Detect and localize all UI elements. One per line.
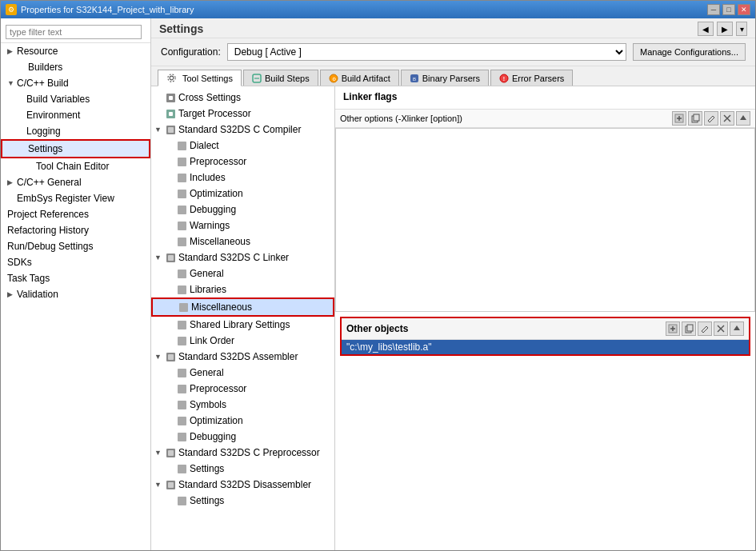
settings-tree-item-assembler[interactable]: ▼ Standard S32DS Assembler: [151, 349, 334, 365]
tab-binary-parsers[interactable]: B Binary Parsers: [401, 70, 489, 86]
settings-tree-item-target[interactable]: Target Processor: [151, 106, 334, 122]
settings-tree-item-general-a[interactable]: General: [151, 365, 334, 381]
other-objects-label: Other objects: [346, 323, 666, 334]
svg-text:⚙: ⚙: [331, 77, 335, 82]
settings-tree-item-libraries[interactable]: Libraries: [151, 281, 334, 297]
manage-configurations-button[interactable]: Manage Configurations...: [633, 43, 746, 61]
settings-tree-item-optimization[interactable]: Optimization: [151, 186, 334, 202]
delete-icon[interactable]: [720, 111, 734, 126]
settings-tree-item-misc-l[interactable]: Miscellaneous: [151, 297, 334, 317]
settings-tree-item-c-linker[interactable]: ▼ Standard S32DS C Linker: [151, 250, 334, 266]
sidebar-item-builders[interactable]: Builders: [1, 59, 150, 75]
settings-tree-item-debugging-c[interactable]: Debugging: [151, 202, 334, 218]
tab-error-parsers[interactable]: ! Error Parsers: [490, 70, 573, 86]
warnings-icon: [177, 221, 187, 231]
oo-add-icon[interactable]: [666, 321, 680, 336]
add-icon[interactable]: [672, 111, 686, 126]
svg-rect-35: [178, 417, 186, 425]
tabs-bar: Tool Settings Build Steps ⚙ Build Artifa…: [151, 66, 755, 86]
settings-tree-item-cross[interactable]: Cross Settings: [151, 90, 334, 106]
tab-build-steps[interactable]: Build Steps: [243, 70, 318, 86]
panel-title: Settings: [159, 22, 203, 35]
svg-line-48: [708, 121, 710, 122]
sidebar-item-sdks[interactable]: SDKs: [1, 254, 150, 270]
filter-input[interactable]: [6, 25, 142, 39]
svg-rect-36: [178, 433, 186, 441]
sidebar-item-label: Project References: [7, 208, 89, 221]
tab-tool-settings[interactable]: Tool Settings: [158, 70, 242, 86]
settings-tree-item-general-l[interactable]: General: [151, 266, 334, 281]
steps-icon: [252, 74, 262, 83]
settings-tree-item-c-preprocessor[interactable]: ▼ Standard S32DS C Preprocessor: [151, 445, 334, 461]
svg-rect-41: [168, 482, 174, 488]
config-select[interactable]: Debug [ Active ]: [227, 43, 626, 61]
maximize-button[interactable]: □: [722, 4, 735, 15]
shared-lib-icon: [177, 320, 187, 330]
sidebar-item-cpp-general[interactable]: ▶ C/C++ General: [1, 174, 150, 190]
app-icon: ⚙: [6, 4, 17, 15]
other-objects-item[interactable]: "c:\my_libs\testlib.a": [342, 340, 749, 354]
misc-l-icon: [178, 302, 189, 313]
sidebar-item-tool-chain-editor[interactable]: Tool Chain Editor: [1, 158, 150, 174]
sidebar-item-label: Run/Debug Settings: [7, 240, 93, 253]
settings-tree-item-c-compiler[interactable]: ▼ Standard S32DS C Compiler: [151, 122, 334, 138]
detail-panel: Linker flags Other options (-Xlinker [op…: [335, 86, 755, 550]
oo-copy-svg: [684, 324, 694, 333]
move-up-icon[interactable]: [736, 111, 750, 126]
close-button[interactable]: ✕: [738, 4, 750, 15]
settings-tree-item-disassembler[interactable]: ▼ Standard S32DS Disassembler: [151, 477, 334, 493]
tree-item-label: Standard S32DS C Preprocessor: [178, 446, 320, 459]
expand-arrow: ▼: [154, 251, 166, 264]
oo-edit-icon[interactable]: [698, 321, 712, 336]
binary-icon: B: [410, 74, 419, 83]
settings-tree-item-settings-p[interactable]: Settings: [151, 461, 334, 477]
sidebar-item-build-variables[interactable]: Build Variables: [1, 91, 150, 107]
edit-icon[interactable]: [704, 111, 718, 126]
dialect-icon: [177, 141, 187, 151]
sidebar-item-cpp-build[interactable]: ▼ C/C++ Build: [1, 75, 150, 91]
sidebar-item-refactoring[interactable]: Refactoring History: [1, 222, 150, 238]
tree-item-label: Standard S32DS C Linker: [178, 251, 289, 264]
tree-item-label: Miscellaneous: [191, 301, 252, 313]
settings-tree-item-optimization-a[interactable]: Optimization: [151, 413, 334, 429]
edit-svg: [706, 114, 716, 123]
settings-tree-item-preprocessor-a[interactable]: Preprocessor: [151, 381, 334, 397]
sidebar-item-logging[interactable]: Logging: [1, 123, 150, 139]
oo-copy-icon[interactable]: [682, 321, 696, 336]
sidebar-item-label: Builders: [28, 61, 62, 74]
linker-flags-section: Linker flags: [335, 86, 755, 109]
sidebar-item-task-tags[interactable]: Task Tags: [1, 270, 150, 286]
sidebar-item-resource[interactable]: ▶ Resource: [1, 43, 150, 59]
settings-tree-item-includes[interactable]: Includes: [151, 170, 334, 186]
sidebar-item-validation[interactable]: ▶ Validation: [1, 286, 150, 302]
forward-button[interactable]: ▶: [717, 22, 733, 36]
copy-icon[interactable]: [688, 111, 702, 126]
sidebar-item-run-debug[interactable]: Run/Debug Settings: [1, 238, 150, 254]
settings-tree-item-shared-lib[interactable]: Shared Library Settings: [151, 317, 334, 333]
tab-build-artifact[interactable]: ⚙ Build Artifact: [320, 70, 399, 86]
svg-rect-19: [178, 190, 186, 198]
settings-tree-item-warnings[interactable]: Warnings: [151, 218, 334, 234]
settings-tree-item-link-order[interactable]: Link Order: [151, 333, 334, 349]
sidebar-item-settings[interactable]: Settings: [1, 139, 150, 158]
settings-tree-item-debugging-a[interactable]: Debugging: [151, 429, 334, 445]
other-options-textarea[interactable]: [335, 128, 755, 312]
settings-tree-item-preprocessor-c[interactable]: Preprocessor: [151, 154, 334, 170]
dropdown-button[interactable]: ▾: [736, 22, 747, 36]
settings-tree-item-settings-d[interactable]: Settings: [151, 493, 334, 509]
settings-tree-item-misc-c[interactable]: Miscellaneous: [151, 234, 334, 250]
error-icon: !: [499, 74, 509, 83]
tree-item-label: Target Processor: [178, 107, 251, 120]
settings-tree-item-dialect[interactable]: Dialect: [151, 138, 334, 154]
sidebar-item-label: Tool Chain Editor: [36, 160, 109, 173]
delete-svg: [722, 114, 732, 123]
sidebar-item-embsys[interactable]: EmbSys Register View: [1, 190, 150, 206]
oo-delete-icon[interactable]: [714, 321, 728, 336]
settings-tree-item-symbols[interactable]: Symbols: [151, 397, 334, 413]
cross-settings-icon: [166, 93, 176, 103]
back-button[interactable]: ◀: [698, 22, 714, 36]
oo-up-icon[interactable]: [730, 321, 744, 336]
minimize-button[interactable]: ─: [707, 4, 720, 15]
sidebar-item-environment[interactable]: Environment: [1, 107, 150, 123]
sidebar-item-project-refs[interactable]: Project References: [1, 206, 150, 222]
